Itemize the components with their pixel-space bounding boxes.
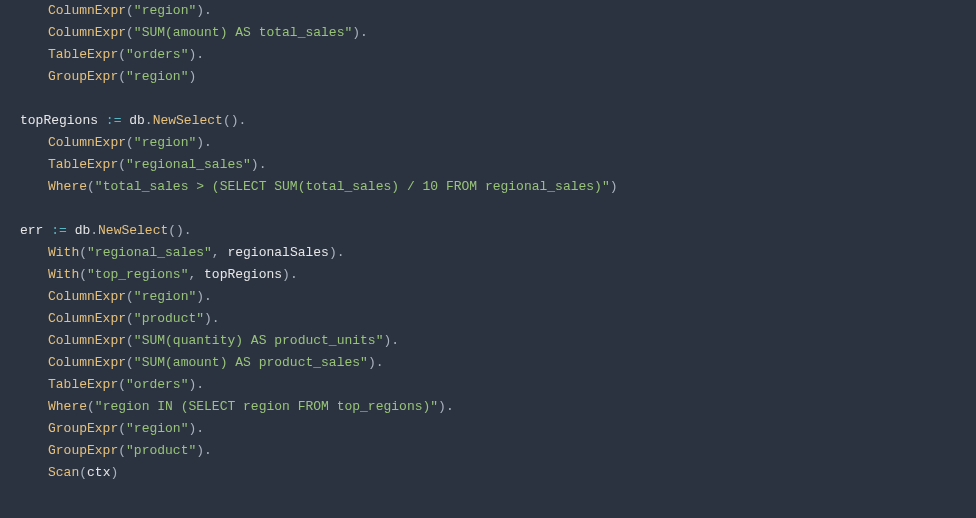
code-line: ColumnExpr("region"). <box>20 132 976 154</box>
code-token: ). <box>196 135 212 150</box>
code-block: ColumnExpr("region").ColumnExpr("SUM(amo… <box>0 0 976 484</box>
code-token: , <box>212 245 228 260</box>
code-token: ( <box>126 311 134 326</box>
code-token: db <box>67 223 90 238</box>
code-token: ). <box>196 3 212 18</box>
code-line: TableExpr("orders"). <box>20 44 976 66</box>
code-token: ( <box>118 443 126 458</box>
code-token: GroupExpr <box>48 421 118 436</box>
code-token: ( <box>126 3 134 18</box>
code-token: ( <box>118 47 126 62</box>
code-token: ). <box>188 47 204 62</box>
code-line: GroupExpr("region") <box>20 66 976 88</box>
code-token: "top_regions" <box>87 267 188 282</box>
code-token: ( <box>87 179 95 194</box>
code-token: "product" <box>134 311 204 326</box>
code-token: db <box>121 113 144 128</box>
code-line: Where("region IN (SELECT region FROM top… <box>20 396 976 418</box>
code-token: ColumnExpr <box>48 25 126 40</box>
code-line <box>20 198 976 220</box>
code-line: GroupExpr("region"). <box>20 418 976 440</box>
code-token: GroupExpr <box>48 443 118 458</box>
code-token: ). <box>383 333 399 348</box>
code-line: err := db.NewSelect(). <box>20 220 976 242</box>
code-token: With <box>48 245 79 260</box>
code-token: TableExpr <box>48 377 118 392</box>
code-token: ). <box>188 377 204 392</box>
code-token: With <box>48 267 79 282</box>
code-token: TableExpr <box>48 157 118 172</box>
code-token: regionalSales <box>227 245 328 260</box>
code-token: ( <box>118 377 126 392</box>
code-line: ColumnExpr("SUM(quantity) AS product_uni… <box>20 330 976 352</box>
code-token: := <box>51 223 67 238</box>
code-token: ) <box>188 69 196 84</box>
code-token: (). <box>223 113 246 128</box>
code-token: (). <box>168 223 191 238</box>
code-token: "total_sales > (SELECT SUM(total_sales) … <box>95 179 610 194</box>
code-token: "region" <box>126 69 188 84</box>
code-token: GroupExpr <box>48 69 118 84</box>
code-token: := <box>106 113 122 128</box>
code-token: "SUM(quantity) AS product_units" <box>134 333 384 348</box>
code-token: "region IN (SELECT region FROM top_regio… <box>95 399 438 414</box>
code-token: "regional_sales" <box>126 157 251 172</box>
code-line: TableExpr("orders"). <box>20 374 976 396</box>
code-token: ColumnExpr <box>48 355 126 370</box>
code-token: "region" <box>126 421 188 436</box>
code-token: ). <box>188 421 204 436</box>
code-token: TableExpr <box>48 47 118 62</box>
code-line: topRegions := db.NewSelect(). <box>20 110 976 132</box>
code-line <box>20 88 976 110</box>
code-line: GroupExpr("product"). <box>20 440 976 462</box>
code-token: ) <box>610 179 618 194</box>
code-line: ColumnExpr("region"). <box>20 286 976 308</box>
code-token: ColumnExpr <box>48 311 126 326</box>
code-token: ( <box>126 333 134 348</box>
code-line: With("regional_sales", regionalSales). <box>20 242 976 264</box>
code-token: ( <box>79 245 87 260</box>
code-line: ColumnExpr("region"). <box>20 0 976 22</box>
code-token: ). <box>204 311 220 326</box>
code-token: ( <box>126 289 134 304</box>
code-line: Where("total_sales > (SELECT SUM(total_s… <box>20 176 976 198</box>
code-token: "SUM(amount) AS product_sales" <box>134 355 368 370</box>
code-token: ( <box>87 399 95 414</box>
code-token: . <box>145 113 153 128</box>
code-line: Scan(ctx) <box>20 462 976 484</box>
code-token: Where <box>48 179 87 194</box>
code-token: ( <box>118 157 126 172</box>
code-token: "regional_sales" <box>87 245 212 260</box>
code-token: ( <box>126 135 134 150</box>
code-token: "product" <box>126 443 196 458</box>
code-token: , <box>188 267 204 282</box>
code-token: "orders" <box>126 47 188 62</box>
code-token: ColumnExpr <box>48 3 126 18</box>
code-token: ). <box>196 289 212 304</box>
code-line: ColumnExpr("product"). <box>20 308 976 330</box>
code-token: ( <box>126 25 134 40</box>
code-line: ColumnExpr("SUM(amount) AS total_sales")… <box>20 22 976 44</box>
code-token: Scan <box>48 465 79 480</box>
code-token: NewSelect <box>98 223 168 238</box>
code-token: err <box>20 223 51 238</box>
code-token: ColumnExpr <box>48 135 126 150</box>
code-token: ( <box>79 465 87 480</box>
code-token: ) <box>110 465 118 480</box>
code-token: ( <box>118 421 126 436</box>
code-token: "orders" <box>126 377 188 392</box>
code-token: ). <box>329 245 345 260</box>
code-token: "SUM(amount) AS total_sales" <box>134 25 352 40</box>
code-token: ( <box>118 69 126 84</box>
code-token: ). <box>282 267 298 282</box>
code-token: Where <box>48 399 87 414</box>
code-token: ( <box>126 355 134 370</box>
code-token: ). <box>352 25 368 40</box>
code-token: "region" <box>134 3 196 18</box>
code-token: topRegions <box>204 267 282 282</box>
code-token: ). <box>196 443 212 458</box>
code-token: topRegions <box>20 113 106 128</box>
code-token: ctx <box>87 465 110 480</box>
code-token: ). <box>438 399 454 414</box>
code-token: ). <box>251 157 267 172</box>
